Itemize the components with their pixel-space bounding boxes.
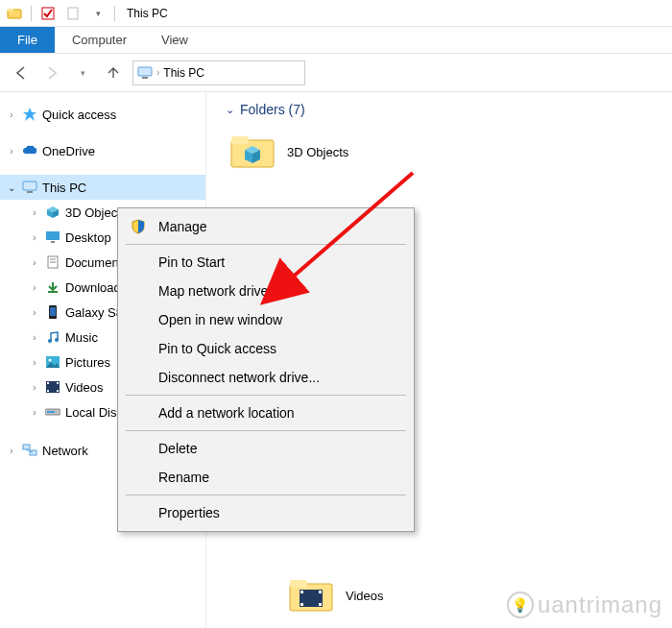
tree-label: Quick access bbox=[42, 108, 116, 122]
svg-rect-4 bbox=[138, 67, 152, 76]
tree-quick-access[interactable]: › Quick access bbox=[0, 102, 205, 127]
folder-3d-objects[interactable]: 3D Objects bbox=[226, 127, 653, 177]
cm-rename[interactable]: Rename bbox=[120, 463, 412, 492]
chevron-right-icon: › bbox=[29, 332, 40, 343]
svg-rect-13 bbox=[51, 241, 55, 243]
chevron-right-icon: › bbox=[6, 146, 17, 157]
cm-label: Properties bbox=[158, 505, 220, 520]
watermark-text: uantrimang bbox=[538, 592, 662, 618]
tree-label: Pictures bbox=[65, 355, 110, 370]
chevron-right-icon: › bbox=[29, 282, 40, 293]
phone-icon bbox=[44, 303, 61, 321]
drive-icon bbox=[44, 403, 61, 421]
tree-onedrive[interactable]: › OneDrive bbox=[0, 138, 205, 163]
documents-icon bbox=[44, 254, 61, 271]
svg-rect-46 bbox=[319, 591, 322, 593]
pictures-icon bbox=[44, 353, 61, 371]
svg-rect-8 bbox=[27, 191, 33, 193]
breadcrumb[interactable]: › This PC bbox=[137, 66, 204, 80]
this-pc-icon bbox=[137, 66, 153, 80]
folder-icon bbox=[7, 6, 22, 21]
cm-pin-start[interactable]: Pin to Start bbox=[120, 248, 412, 277]
chevron-down-icon: ▾ bbox=[81, 68, 85, 78]
chevron-right-icon: › bbox=[6, 109, 17, 120]
folders-group-header[interactable]: ⌄ Folders (7) bbox=[226, 102, 653, 117]
cm-add-network-location[interactable]: Add a network location bbox=[120, 399, 412, 427]
cube-icon bbox=[44, 204, 61, 221]
svg-rect-36 bbox=[231, 136, 249, 144]
tree-label: Galaxy S8 bbox=[65, 305, 123, 320]
ribbon-tabs: File Computer View bbox=[0, 27, 672, 54]
tab-computer[interactable]: Computer bbox=[55, 27, 144, 53]
cm-label: Manage bbox=[158, 219, 207, 234]
cm-disconnect-network-drive[interactable]: Disconnect network drive... bbox=[120, 363, 412, 392]
svg-marker-6 bbox=[23, 108, 36, 121]
video-icon bbox=[44, 378, 61, 396]
chevron-right-icon: › bbox=[29, 357, 40, 368]
chevron-down-icon: ⌄ bbox=[226, 104, 234, 116]
folder-cube-icon bbox=[229, 133, 276, 171]
folder-videos[interactable]: Videos bbox=[288, 576, 384, 615]
arrow-right-icon bbox=[43, 64, 60, 82]
svg-rect-12 bbox=[46, 231, 60, 240]
folder-label: Videos bbox=[346, 589, 384, 603]
tab-view[interactable]: View bbox=[144, 27, 205, 53]
tree-label: Videos bbox=[65, 380, 104, 395]
chevron-right-icon: › bbox=[156, 67, 159, 78]
cm-open-new-window[interactable]: Open in new window bbox=[120, 305, 412, 334]
navigation-toolbar: ▾ › This PC bbox=[0, 54, 672, 92]
svg-rect-29 bbox=[57, 390, 59, 392]
folder-label: 3D Objects bbox=[287, 145, 348, 159]
cm-separator bbox=[126, 495, 406, 495]
chevron-right-icon: › bbox=[29, 407, 40, 418]
window-title: This PC bbox=[127, 7, 168, 20]
nav-recent-dropdown[interactable]: ▾ bbox=[71, 61, 94, 85]
tree-this-pc[interactable]: ⌄ This PC bbox=[0, 175, 205, 200]
file-tab[interactable]: File bbox=[0, 27, 55, 53]
tree-label: Music bbox=[65, 330, 98, 345]
desktop-icon bbox=[44, 229, 61, 246]
tree-label: Desktop bbox=[65, 230, 111, 245]
chevron-right-icon: › bbox=[29, 382, 40, 393]
cm-manage[interactable]: Manage bbox=[120, 212, 412, 241]
svg-rect-19 bbox=[50, 307, 56, 316]
svg-rect-7 bbox=[23, 181, 36, 190]
cm-map-network-drive[interactable]: Map network drive... bbox=[120, 277, 412, 305]
chevron-down-icon: ⌄ bbox=[6, 182, 17, 193]
title-bar: ▾ This PC bbox=[0, 0, 672, 27]
this-pc-icon bbox=[21, 179, 38, 196]
cm-pin-quick-access[interactable]: Pin to Quick access bbox=[120, 334, 412, 363]
address-bar[interactable]: › This PC bbox=[132, 60, 305, 85]
checkbox-checked-icon bbox=[41, 7, 55, 20]
qat-properties-button[interactable] bbox=[37, 3, 59, 24]
folders-header-text: Folders (7) bbox=[240, 102, 305, 117]
svg-rect-28 bbox=[57, 382, 59, 384]
nav-back-button[interactable] bbox=[10, 61, 33, 85]
tree-label: This PC bbox=[42, 181, 86, 195]
qat-new-folder-button[interactable] bbox=[62, 3, 84, 24]
svg-rect-45 bbox=[300, 603, 303, 606]
cm-delete[interactable]: Delete bbox=[120, 434, 412, 463]
svg-rect-17 bbox=[48, 291, 58, 293]
cm-label: Pin to Quick access bbox=[158, 341, 276, 356]
cm-label: Map network drive... bbox=[158, 283, 279, 299]
blank-page-icon bbox=[66, 7, 80, 20]
svg-rect-1 bbox=[8, 9, 13, 12]
cm-separator bbox=[126, 430, 406, 431]
cm-label: Disconnect network drive... bbox=[158, 370, 320, 385]
tree-label: Local Disk bbox=[65, 405, 123, 420]
qat-dropdown[interactable]: ▾ bbox=[87, 3, 108, 24]
nav-forward-button[interactable] bbox=[40, 61, 63, 85]
cm-properties[interactable]: Properties bbox=[120, 498, 412, 527]
chevron-right-icon: › bbox=[29, 207, 40, 218]
cm-label: Add a network location bbox=[158, 405, 295, 421]
bulb-icon: 💡 bbox=[507, 592, 534, 618]
download-icon bbox=[44, 278, 61, 296]
svg-rect-26 bbox=[47, 382, 49, 384]
chevron-down-icon: ▾ bbox=[96, 9, 101, 18]
chevron-right-icon: › bbox=[29, 232, 40, 243]
svg-rect-5 bbox=[142, 77, 148, 79]
svg-point-23 bbox=[49, 359, 52, 362]
nav-up-button[interactable] bbox=[102, 61, 125, 85]
breadcrumb-text: This PC bbox=[163, 66, 204, 80]
